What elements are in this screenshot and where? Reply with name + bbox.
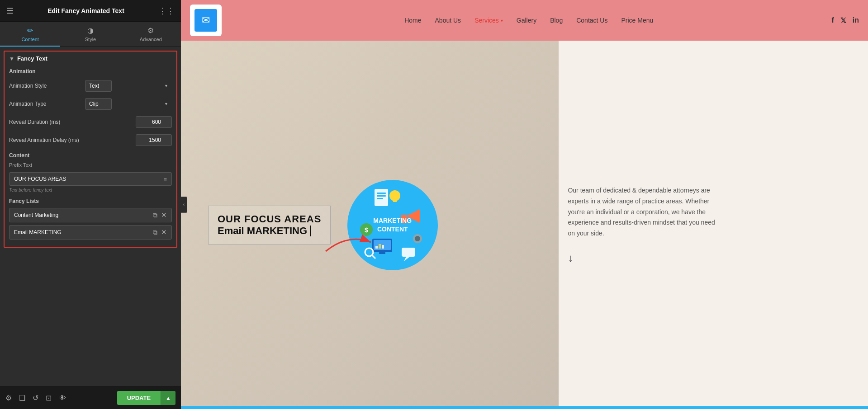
tab-row: ✏ Content ◑ Style ⚙ Advanced <box>0 22 181 47</box>
hero-right: Our team of dedicated & dependable attor… <box>559 41 868 409</box>
fancy-list-item-1: Content Marketing ⧉ ✕ <box>9 208 172 222</box>
svg-rect-1 <box>375 189 388 206</box>
nav-home[interactable]: Home <box>404 17 421 24</box>
prefix-input-row: ≡ <box>9 172 172 186</box>
linkedin-icon[interactable]: in <box>853 16 859 24</box>
layers-icon[interactable]: ❑ <box>19 394 25 402</box>
responsive-icon[interactable]: ⊡ <box>46 394 52 402</box>
facebook-icon[interactable]: f <box>831 16 834 24</box>
nav-logo: ✉ <box>190 5 222 36</box>
tab-advanced[interactable]: ⚙ Advanced <box>121 22 181 47</box>
hero-section: OUR FOCUS AREAS Email MARKETING <box>181 41 868 409</box>
update-dropdown-button[interactable]: ▲ <box>161 391 175 405</box>
svg-rect-4 <box>377 198 383 199</box>
fancy-list-item-2: Email MARKETING ⧉ ✕ <box>9 225 172 240</box>
duplicate-icon-1[interactable]: ⧉ <box>153 212 157 219</box>
fancy-lists-label: Fancy Lists <box>9 198 172 204</box>
nav-blog[interactable]: Blog <box>550 17 563 24</box>
arrow-svg <box>321 229 375 256</box>
settings-icon[interactable]: ⚙ <box>5 394 12 402</box>
animation-style-select-wrapper: Text Clip Bounce Flip <box>85 80 172 92</box>
prefix-hint: Text before fancy text <box>9 188 172 193</box>
tab-content[interactable]: ✏ Content <box>0 22 60 47</box>
left-panel: ☰ Edit Fancy Animated Text ⋮⋮ ✏ Content … <box>0 0 181 409</box>
grid-icon[interactable]: ⋮⋮ <box>158 6 175 16</box>
panel-collapse-arrow[interactable]: ‹ <box>181 197 187 213</box>
fancy-section: ▼ Fancy Text Animation Animation Style T… <box>4 51 177 248</box>
duplicate-icon-2[interactable]: ⧉ <box>153 229 157 236</box>
reveal-duration-row: Reveal Duration (ms) <box>9 116 172 128</box>
tab-style[interactable]: ◑ Style <box>60 22 120 47</box>
nav-gallery[interactable]: Gallery <box>517 17 536 24</box>
animation-type-select[interactable]: Clip Bounce Flip Fade <box>85 98 112 110</box>
preview-outline <box>181 406 868 409</box>
collapse-arrow-icon[interactable]: ▼ <box>9 56 14 62</box>
update-btn-group: UPDATE ▲ <box>117 391 175 405</box>
hero-prefix-text: OUR FOCUS AREAS <box>218 213 321 225</box>
nav-links: Home About Us Services ▾ Gallery Blog Co… <box>235 17 822 24</box>
preview-icon[interactable]: 👁 <box>59 394 66 402</box>
tab-advanced-label: Advanced <box>140 37 162 42</box>
bottom-toolbar: ⚙ ❑ ↺ ⊡ 👁 UPDATE ▲ <box>0 386 181 409</box>
section-title: Fancy Text <box>17 55 47 62</box>
main-content: OUR FOCUS AREAS Email MARKETING <box>181 41 868 409</box>
fancy-list-item-2-icons: ⧉ ✕ <box>153 228 167 236</box>
bottom-icons: ⚙ ❑ ↺ ⊡ 👁 <box>5 394 66 402</box>
reveal-duration-label: Reveal Duration (ms) <box>9 119 132 125</box>
nav-price-menu[interactable]: Price Menu <box>621 17 653 24</box>
animation-type-row: Animation Type Clip Bounce Flip Fade <box>9 98 172 110</box>
hero-left: OUR FOCUS AREAS Email MARKETING <box>181 41 559 409</box>
pencil-icon: ✏ <box>27 26 33 35</box>
svg-rect-13 <box>402 248 415 257</box>
close-icon-1[interactable]: ✕ <box>161 211 167 219</box>
panel-title: Edit Fancy Animated Text <box>47 7 124 14</box>
animation-type-label: Animation Type <box>9 101 81 107</box>
animation-style-select[interactable]: Text Clip Bounce Flip <box>85 80 112 92</box>
top-bar: ☰ Edit Fancy Animated Text ⋮⋮ <box>0 0 181 22</box>
reveal-duration-input[interactable] <box>136 116 172 128</box>
align-icon[interactable]: ≡ <box>159 176 171 183</box>
hero-text-box: OUR FOCUS AREAS Email MARKETING <box>208 206 331 244</box>
update-button[interactable]: UPDATE <box>117 391 161 405</box>
hero-description: Our team of dedicated & dependable attor… <box>568 185 721 239</box>
twitter-icon[interactable]: 𝕏 <box>840 16 846 25</box>
svg-rect-2 <box>377 193 386 194</box>
services-chevron-icon: ▾ <box>501 18 503 23</box>
section-header: ▼ Fancy Text <box>9 55 172 62</box>
svg-rect-19 <box>379 244 381 249</box>
hero-fancy-text: Email MARKETING <box>218 225 321 237</box>
svg-point-10 <box>415 236 420 241</box>
scroll-down-arrow: ↓ <box>568 252 573 264</box>
close-icon-2[interactable]: ✕ <box>161 228 167 236</box>
fancy-list-item-1-text: Content Marketing <box>14 212 153 218</box>
red-arrow <box>321 229 375 258</box>
fancy-list-item-1-icons: ⧉ ✕ <box>153 211 167 219</box>
nav-contact[interactable]: Contact Us <box>576 17 607 24</box>
svg-point-5 <box>389 190 400 201</box>
svg-rect-3 <box>377 195 386 197</box>
reveal-delay-input[interactable] <box>136 134 172 146</box>
animation-style-label: Animation Style <box>9 83 81 89</box>
svg-rect-6 <box>393 200 397 202</box>
logo-icon: ✉ <box>194 9 217 32</box>
marketing-circle-text: MARKETING CONTENT <box>373 216 412 233</box>
animation-type-select-wrapper: Clip Bounce Flip Fade <box>85 98 172 110</box>
reveal-delay-label: Reveal Animation Delay (ms) <box>9 137 132 143</box>
fancy-list-item-2-text: Email MARKETING <box>14 229 153 235</box>
hamburger-icon[interactable]: ☰ <box>6 6 14 16</box>
history-icon[interactable]: ↺ <box>33 394 38 402</box>
content-label: Content <box>9 152 172 159</box>
nav-social: f 𝕏 in <box>831 16 859 25</box>
svg-rect-18 <box>375 246 378 249</box>
nav-bar: ✉ Home About Us Services ▾ Gallery Blog … <box>181 0 868 41</box>
svg-rect-17 <box>379 252 385 254</box>
animation-label: Animation <box>9 68 172 75</box>
svg-marker-14 <box>404 257 410 261</box>
nav-services[interactable]: Services ▾ <box>474 17 503 24</box>
tab-style-label: Style <box>85 37 96 42</box>
style-icon: ◑ <box>87 26 94 35</box>
prefix-text-label: Prefix Text <box>9 162 172 168</box>
prefix-text-input[interactable] <box>9 173 159 185</box>
nav-about[interactable]: About Us <box>435 17 461 24</box>
svg-rect-20 <box>382 245 384 249</box>
